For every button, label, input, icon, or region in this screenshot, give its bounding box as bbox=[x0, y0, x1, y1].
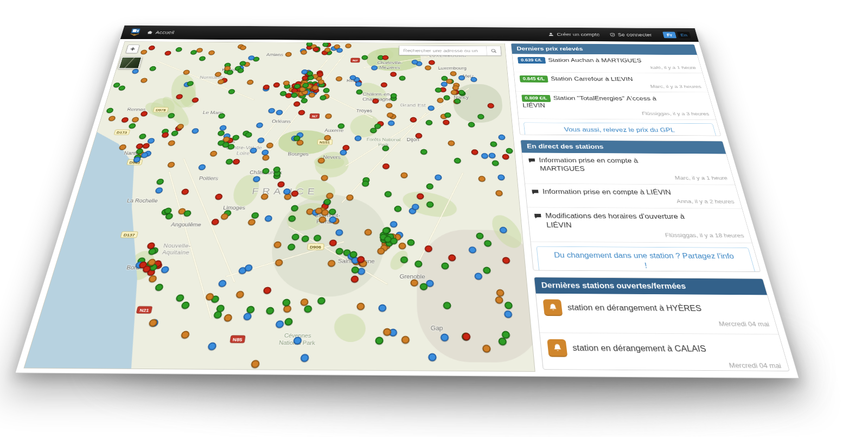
station-marker[interactable] bbox=[247, 219, 256, 226]
station-marker[interactable] bbox=[462, 333, 471, 340]
station-marker[interactable] bbox=[414, 261, 422, 268]
site-logo[interactable] bbox=[127, 28, 143, 36]
nav-create-account-link[interactable]: Créer un compte bbox=[548, 32, 600, 37]
station-marker[interactable] bbox=[454, 158, 461, 164]
station-marker[interactable] bbox=[435, 87, 442, 92]
station-marker[interactable] bbox=[228, 89, 235, 94]
station-marker[interactable] bbox=[224, 314, 233, 321]
station-marker[interactable] bbox=[247, 80, 254, 85]
station-marker[interactable] bbox=[118, 86, 126, 91]
station-marker[interactable] bbox=[218, 113, 226, 119]
station-marker[interactable] bbox=[400, 256, 408, 263]
station-marker[interactable] bbox=[198, 164, 206, 170]
station-marker[interactable] bbox=[293, 337, 302, 344]
station-marker[interactable] bbox=[400, 173, 407, 179]
station-marker[interactable] bbox=[329, 240, 337, 246]
search-button[interactable] bbox=[486, 46, 501, 55]
station-marker[interactable] bbox=[458, 75, 465, 80]
station-marker[interactable] bbox=[300, 354, 309, 362]
station-marker[interactable] bbox=[399, 75, 405, 80]
station-marker[interactable] bbox=[498, 135, 505, 140]
station-marker[interactable] bbox=[425, 245, 432, 252]
station-marker[interactable] bbox=[243, 313, 252, 320]
map[interactable]: RouenAmiensCharleville-MézièresLUXEMBOUR… bbox=[23, 41, 535, 372]
station-marker[interactable] bbox=[251, 360, 260, 368]
station-marker[interactable] bbox=[443, 302, 451, 309]
feed-item[interactable]: Information prise en compte à MARTIGUES … bbox=[522, 153, 735, 185]
station-marker[interactable] bbox=[161, 132, 169, 138]
price-item[interactable]: 0.809 €/LStation "TotalEnergies" A'ccess… bbox=[516, 91, 716, 120]
station-marker[interactable] bbox=[361, 55, 368, 60]
station-marker[interactable] bbox=[374, 124, 381, 129]
station-marker[interactable] bbox=[435, 175, 442, 181]
station-marker[interactable] bbox=[323, 88, 330, 93]
station-marker[interactable] bbox=[416, 133, 423, 138]
station-marker[interactable] bbox=[448, 141, 455, 146]
station-marker[interactable] bbox=[345, 44, 352, 48]
station-marker[interactable] bbox=[318, 217, 327, 223]
station-marker[interactable] bbox=[340, 150, 347, 155]
station-marker[interactable] bbox=[382, 163, 390, 169]
station-marker[interactable] bbox=[426, 201, 434, 207]
station-marker[interactable] bbox=[161, 267, 170, 274]
station-marker[interactable] bbox=[302, 236, 310, 242]
station-marker[interactable] bbox=[285, 52, 292, 57]
station-marker[interactable] bbox=[261, 168, 270, 174]
station-marker[interactable] bbox=[385, 191, 392, 197]
station-marker[interactable] bbox=[474, 273, 482, 280]
station-marker[interactable] bbox=[412, 60, 418, 65]
station-marker[interactable] bbox=[257, 137, 265, 143]
station-marker[interactable] bbox=[425, 66, 431, 71]
station-marker[interactable] bbox=[354, 136, 361, 141]
station-marker[interactable] bbox=[147, 138, 155, 143]
station-marker[interactable] bbox=[317, 297, 326, 304]
station-marker[interactable] bbox=[175, 94, 183, 99]
station-marker[interactable] bbox=[288, 215, 296, 221]
station-marker[interactable] bbox=[364, 229, 372, 236]
station-marker[interactable] bbox=[314, 235, 322, 241]
station-marker[interactable] bbox=[382, 55, 389, 60]
station-marker[interactable] bbox=[148, 248, 157, 255]
search-input[interactable] bbox=[399, 46, 487, 55]
station-marker[interactable] bbox=[225, 159, 233, 164]
station-marker[interactable] bbox=[495, 190, 503, 196]
station-marker[interactable] bbox=[140, 78, 148, 83]
share-info-button[interactable]: Du changement dans une station ? Partage… bbox=[537, 246, 756, 272]
station-marker[interactable] bbox=[175, 294, 184, 301]
station-marker[interactable] bbox=[291, 191, 299, 197]
station-marker[interactable] bbox=[355, 81, 362, 86]
station-marker[interactable] bbox=[142, 143, 150, 149]
station-marker[interactable] bbox=[175, 47, 183, 52]
zoom-in-button[interactable]: + bbox=[125, 45, 139, 53]
station-marker[interactable] bbox=[131, 69, 139, 74]
station-marker[interactable] bbox=[492, 160, 499, 166]
station-marker[interactable] bbox=[504, 302, 513, 309]
station-marker[interactable] bbox=[209, 151, 218, 156]
station-marker[interactable] bbox=[167, 141, 175, 146]
station-marker[interactable] bbox=[301, 50, 308, 54]
station-marker[interactable] bbox=[181, 301, 190, 309]
station-marker[interactable] bbox=[199, 56, 206, 61]
station-marker[interactable] bbox=[484, 240, 492, 246]
status-item[interactable]: station en dérangement à CALAIS Mercredi… bbox=[540, 333, 790, 371]
station-marker[interactable] bbox=[381, 83, 387, 87]
station-marker[interactable] bbox=[260, 193, 269, 199]
station-marker[interactable] bbox=[454, 98, 461, 103]
status-item[interactable]: station en dérangement à HYÈRES Mercredi… bbox=[536, 293, 778, 334]
station-marker[interactable] bbox=[164, 50, 171, 55]
station-marker[interactable] bbox=[506, 148, 513, 154]
station-marker[interactable] bbox=[489, 153, 496, 158]
submit-price-button[interactable]: Vous aussi, relevez le prix du GPL bbox=[524, 123, 717, 136]
station-marker[interactable] bbox=[245, 132, 252, 137]
station-marker[interactable] bbox=[182, 70, 190, 75]
station-marker[interactable] bbox=[215, 194, 223, 200]
station-marker[interactable] bbox=[141, 152, 149, 157]
station-marker[interactable] bbox=[293, 102, 301, 106]
station-marker[interactable] bbox=[219, 125, 227, 131]
station-marker[interactable] bbox=[291, 205, 299, 211]
satellite-layer-toggle[interactable] bbox=[118, 57, 142, 69]
station-marker[interactable] bbox=[481, 153, 488, 159]
station-marker[interactable] bbox=[335, 229, 343, 236]
station-marker[interactable] bbox=[356, 303, 365, 311]
station-marker[interactable] bbox=[477, 114, 484, 119]
